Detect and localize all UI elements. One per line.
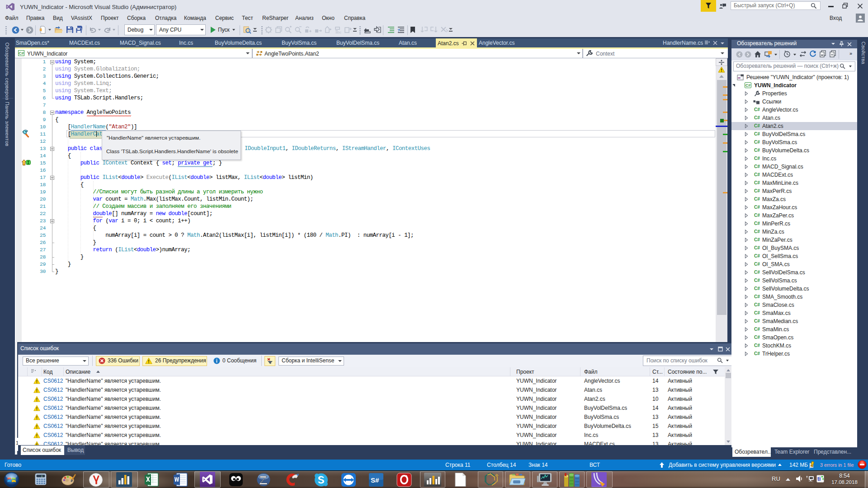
svg-text:?: ? — [397, 28, 400, 33]
svg-text:abc: abc — [335, 30, 341, 34]
svg-text:ti: ti — [817, 476, 821, 482]
svg-text:S#: S# — [371, 476, 379, 484]
svg-text:0: 0 — [41, 475, 42, 478]
svg-text:∞: ∞ — [738, 75, 741, 80]
